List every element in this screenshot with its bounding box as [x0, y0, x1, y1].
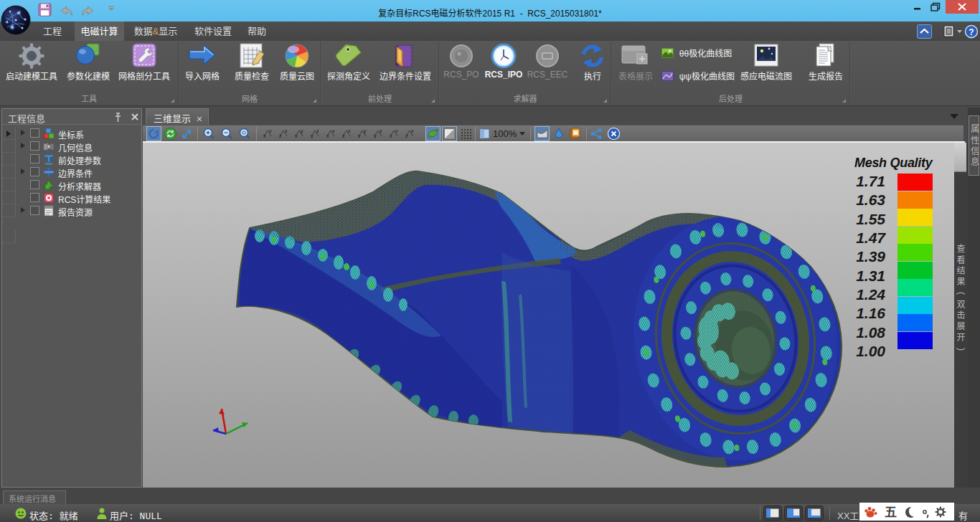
svg-text:x: x	[411, 128, 414, 133]
svg-text:开: 开	[956, 333, 965, 343]
svg-text:v: v	[395, 128, 398, 133]
svg-text:(: (	[956, 292, 966, 295]
svg-text:信: 信	[971, 146, 979, 156]
svg-text:展: 展	[956, 321, 965, 331]
svg-text:z: z	[279, 133, 282, 138]
svg-text:v: v	[269, 128, 272, 133]
svg-text:看: 看	[956, 255, 965, 265]
svg-text:y: y	[311, 133, 314, 138]
svg-text:双: 双	[956, 300, 965, 310]
svg-text:v: v	[358, 133, 361, 138]
svg-text:五: 五	[885, 506, 897, 519]
svg-text:x: x	[285, 128, 288, 133]
svg-text:性: 性	[971, 136, 979, 146]
svg-text:击: 击	[956, 310, 965, 321]
svg-text:x: x	[390, 133, 392, 138]
svg-text:息: 息	[971, 156, 979, 167]
svg-text:y: y	[301, 128, 303, 134]
svg-text:v: v	[332, 128, 335, 133]
svg-text:查: 查	[956, 244, 965, 254]
svg-text:z: z	[380, 128, 382, 133]
svg-text:y: y	[374, 133, 377, 138]
svg-text:?: ?	[969, 27, 974, 37]
svg-text:结: 结	[956, 266, 965, 276]
svg-text:x: x	[263, 133, 266, 138]
svg-text:x: x	[326, 133, 329, 138]
svg-text:z: z	[342, 133, 345, 138]
svg-text:v: v	[295, 133, 298, 138]
svg-text:y: y	[364, 128, 367, 134]
svg-text:z: z	[405, 133, 408, 138]
svg-text:属: 属	[971, 124, 979, 134]
svg-text:z: z	[316, 128, 319, 133]
svg-text:果: 果	[956, 277, 965, 287]
svg-text:): )	[956, 348, 966, 351]
svg-text:x: x	[348, 128, 351, 133]
